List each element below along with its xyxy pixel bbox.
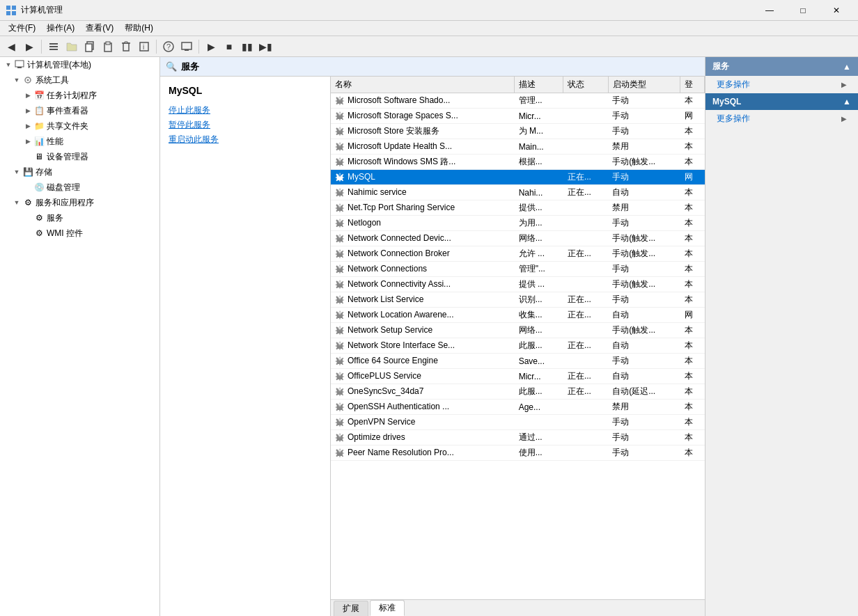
table-row[interactable]: Network Connected Devic...网络...手动(触发...本 [331,231,705,246]
toolbar-pause[interactable]: ▮▮ [239,38,256,55]
table-cell: 正在... [563,338,608,354]
toolbar-paste[interactable] [100,38,116,55]
sidebar-item-task-scheduler[interactable]: ▶ 📅 任务计划程序 [0,88,159,103]
col-name[interactable]: 名称 [331,77,515,93]
col-desc[interactable]: 描述 [515,77,563,93]
table-cell [563,262,608,277]
table-cell: 禁用 [608,400,680,415]
sidebar-item-shared-folders[interactable]: ▶ 📁 共享文件夹 [0,118,159,134]
tools-icon [22,74,33,86]
col-status[interactable]: 状态 [563,77,608,93]
sidebar-item-root[interactable]: ▼ 计算机管理(本地) [0,57,159,72]
actions-services-title[interactable]: 服务 ▲ [705,57,858,76]
sidebar-item-services-apps[interactable]: ▼ ⚙ 服务和应用程序 [0,195,159,210]
table-row[interactable]: Net.Tcp Port Sharing Service提供...禁用本 [331,200,705,216]
toolbar-folder[interactable] [63,38,80,55]
toolbar-display[interactable] [178,38,195,55]
sidebar-item-wmi[interactable]: ⚙ WMI 控件 [0,226,159,241]
toolbar-forward[interactable]: ▶ [21,38,38,55]
tab-expand[interactable]: 扩展 [334,601,368,616]
restart-service-link[interactable]: 重启动此服务 [169,134,322,145]
table-cell: 本 [680,139,705,155]
window-title: 计算机管理 [21,4,63,16]
toolbar-copy[interactable] [81,38,98,55]
toolbar-help[interactable]: ? [160,38,177,55]
table-cell: Netlogon [331,216,515,231]
table-row[interactable]: Nahimic serviceNahi...正在...自动本 [331,185,705,200]
table-row[interactable]: Optimize drives通过...手动本 [331,430,705,445]
table-row[interactable]: OpenSSH Authentication ...Age...禁用本 [331,400,705,415]
tab-standard[interactable]: 标准 [370,600,405,616]
col-login[interactable]: 登 [680,77,705,93]
stop-service-link[interactable]: 停止此服务 [169,104,322,116]
table-row[interactable]: Network Store Interface Se...此服...正在...自… [331,338,705,354]
table-cell [563,445,608,461]
sidebar-item-services[interactable]: ⚙ 服务 [0,210,159,226]
table-cell: 提供... [515,200,563,216]
table-row[interactable]: Microsoft Windows SMS 路...根据...手动(触发...本 [331,155,705,170]
toolbar-restart[interactable]: ▶▮ [257,38,274,55]
table-cell: 手动 [608,445,680,461]
menu-file[interactable]: 文件(F) [3,21,41,35]
sidebar-item-performance[interactable]: ▶ 📊 性能 [0,134,159,149]
gear-icon [335,432,348,442]
actions-mysql-title[interactable]: MySQL ▲ [705,93,858,110]
table-cell: Nahimic service [331,185,515,200]
table-row[interactable]: OneSyncSvc_34da7此服...正在...自动(延迟...本 [331,384,705,400]
action-more-services[interactable]: 更多操作 ▶ [705,76,858,93]
toolbar-delete[interactable] [118,38,134,55]
gear-icon [335,310,348,319]
sidebar-item-event-viewer[interactable]: ▶ 📋 事件查看器 [0,103,159,118]
menu-view[interactable]: 查看(V) [80,21,119,35]
table-row[interactable]: Microsoft Software Shado...管理...手动本 [331,93,705,109]
services-icon: ⚙ [33,212,45,223]
col-startup[interactable]: 启动类型 [608,77,680,93]
action-more-mysql[interactable]: 更多操作 ▶ [705,110,858,127]
table-row[interactable]: Network Setup Service网络...手动(触发...本 [331,323,705,338]
svg-rect-10 [106,42,110,45]
sidebar-item-device-manager[interactable]: 🖥 设备管理器 [0,149,159,164]
table-cell: Optimize drives [331,430,515,445]
table-row[interactable]: Network List Service识别...正在...手动本 [331,292,705,308]
svg-rect-15 [182,42,192,49]
table-cell: Network Connected Devic... [331,231,515,246]
table-row[interactable]: Network Connectivity Assi...提供 ...手动(触发.… [331,277,705,292]
table-cell: Age... [515,400,563,415]
sidebar-item-disk-mgmt[interactable]: 💿 磁盘管理 [0,180,159,195]
toolbar-prop[interactable]: i [136,38,153,55]
menu-action[interactable]: 操作(A) [41,21,80,35]
pause-service-link[interactable]: 暂停此服务 [169,119,322,131]
table-cell: Network Connectivity Assi... [331,277,515,292]
sidebar-item-storage[interactable]: ▼ 💾 存储 [0,164,159,180]
table-row[interactable]: Microsoft Store 安装服务为 M...手动本 [331,124,705,139]
svg-rect-8 [86,44,92,52]
table-row[interactable]: Netlogon为用...手动本 [331,216,705,231]
table-cell: 自动 [608,369,680,384]
table-row[interactable]: Microsoft Update Health S...Main...禁用本 [331,139,705,155]
close-button[interactable]: ✕ [820,0,852,21]
table-cell: 手动 [608,292,680,308]
table-cell [515,170,563,185]
toolbar-stop[interactable]: ■ [221,38,237,55]
toolbar-run[interactable]: ▶ [203,38,219,55]
table-row[interactable]: Network Connection Broker允许 ...正在...手动(触… [331,246,705,262]
menu-help[interactable]: 帮助(H) [119,21,159,35]
table-row[interactable]: Peer Name Resolution Pro...使用...手动本 [331,445,705,461]
gear-icon [335,141,348,151]
toolbar-back[interactable]: ◀ [3,38,20,55]
minimize-button[interactable]: — [754,0,786,21]
sidebar-item-system-tools[interactable]: ▼ 系统工具 [0,72,159,88]
table-row[interactable]: Microsoft Storage Spaces S...Micr...手动网 [331,109,705,124]
table-cell [563,231,608,246]
table-row[interactable]: Network Connections管理"...手动本 [331,262,705,277]
table-row[interactable]: OfficePLUS ServiceMicr...正在...自动本 [331,369,705,384]
table-row[interactable]: OpenVPN Service手动本 [331,415,705,430]
table-row[interactable]: Office 64 Source EngineSave...手动本 [331,354,705,369]
table-cell: 此服... [515,384,563,400]
toolbar-up[interactable] [45,38,62,55]
table-scroll[interactable]: 名称 描述 状态 启动类型 登 Microsoft Software Shado… [331,77,705,599]
title-bar-controls: — □ ✕ [754,0,852,21]
table-row[interactable]: Network Location Awarene...收集...正在...自动网 [331,308,705,323]
maximize-button[interactable]: □ [787,0,819,21]
table-row[interactable]: MySQL正在...手动网 [331,170,705,185]
